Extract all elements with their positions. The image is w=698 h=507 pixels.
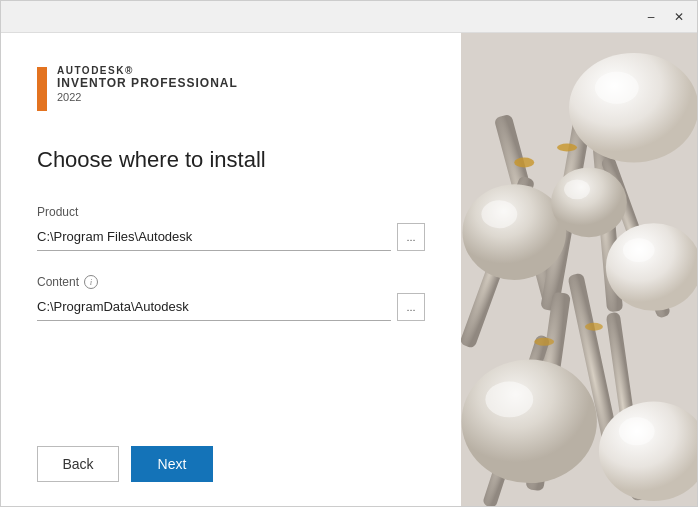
content-label: Content i: [37, 275, 425, 289]
svg-point-23: [485, 382, 533, 418]
autodesk-brand: AUTODESK®: [57, 65, 238, 76]
title-bar: – ✕: [1, 1, 697, 33]
logo-text: AUTODESK® INVENTOR PROFESSIONAL 2022: [57, 65, 238, 103]
product-path-input[interactable]: [37, 223, 391, 251]
product-year: 2022: [57, 91, 238, 103]
svg-point-19: [481, 200, 517, 228]
svg-point-11: [557, 144, 577, 152]
svg-point-26: [551, 167, 627, 237]
left-panel: AUTODESK® INVENTOR PROFESSIONAL 2022 Cho…: [1, 33, 461, 506]
product-name: INVENTOR PROFESSIONAL: [57, 76, 238, 90]
svg-point-21: [623, 238, 655, 262]
product-browse-button[interactable]: ...: [397, 223, 425, 251]
svg-point-15: [585, 323, 603, 331]
back-button[interactable]: Back: [37, 446, 119, 482]
content-info-icon[interactable]: i: [84, 275, 98, 289]
svg-point-14: [534, 338, 554, 346]
product-section: Product ...: [37, 205, 425, 251]
close-button[interactable]: ✕: [665, 5, 693, 29]
autodesk-logo-bar: [37, 67, 47, 111]
svg-point-16: [569, 53, 697, 163]
content-browse-button[interactable]: ...: [397, 293, 425, 321]
svg-point-27: [564, 179, 590, 199]
product-field-row: ...: [37, 223, 425, 251]
right-panel: [461, 33, 697, 506]
svg-point-20: [606, 223, 697, 311]
content-area: AUTODESK® INVENTOR PROFESSIONAL 2022 Cho…: [1, 33, 697, 506]
product-label: Product: [37, 205, 425, 219]
svg-point-18: [462, 184, 566, 280]
svg-point-17: [595, 72, 639, 104]
logo-area: AUTODESK® INVENTOR PROFESSIONAL 2022: [37, 65, 425, 111]
content-field-row: ...: [37, 293, 425, 321]
content-path-input[interactable]: [37, 293, 391, 321]
page-title: Choose where to install: [37, 147, 425, 173]
minimize-button[interactable]: –: [637, 5, 665, 29]
svg-point-10: [514, 157, 534, 167]
button-row: Back Next: [37, 446, 425, 482]
svg-point-25: [619, 417, 655, 445]
next-button[interactable]: Next: [131, 446, 213, 482]
content-section: Content i ...: [37, 275, 425, 321]
svg-point-22: [461, 360, 596, 483]
installer-window: – ✕ AUTODESK® INVENTOR PROFESSIONAL 2022…: [0, 0, 698, 507]
